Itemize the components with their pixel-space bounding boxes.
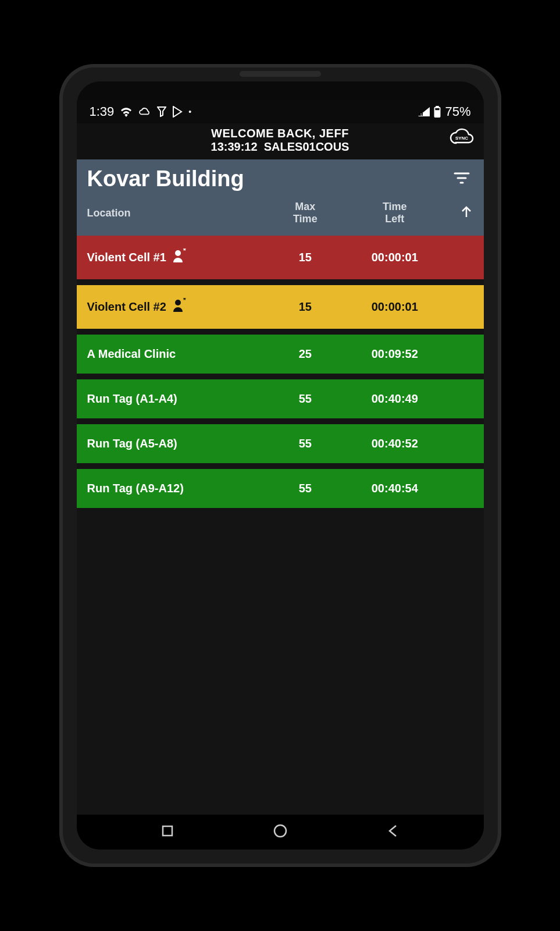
location-row[interactable]: Violent Cell #2*1500:00:01: [77, 285, 484, 329]
max-time-cell: 55: [266, 482, 344, 495]
svg-text:*: *: [183, 298, 186, 304]
location-row[interactable]: Violent Cell #1*1500:00:01: [77, 236, 484, 279]
svg-text:*: *: [183, 248, 186, 255]
svg-point-9: [175, 250, 181, 256]
device-speaker: [240, 71, 321, 77]
time-left-cell: 00:40:49: [344, 392, 445, 406]
max-time-cell: 15: [266, 300, 344, 314]
location-cell: Violent Cell #2*: [87, 298, 266, 316]
time-left-cell: 00:09:52: [344, 347, 445, 361]
status-time: 1:39: [90, 104, 115, 119]
location-cell: Run Tag (A9-A12): [87, 482, 266, 495]
time-left-cell: 00:40:52: [344, 437, 445, 450]
person-alert-icon: *: [172, 248, 187, 266]
svg-rect-13: [163, 826, 172, 836]
max-time-cell: 15: [266, 251, 344, 264]
android-status-bar: 1:39 • 5: [77, 100, 484, 123]
status-left: 1:39 •: [90, 104, 192, 119]
wifi-icon: [120, 106, 133, 117]
location-cell: Violent Cell #1*: [87, 248, 266, 266]
max-time-cell: 55: [266, 392, 344, 406]
device-frame: 1:39 • 5: [59, 64, 501, 867]
status-dot: •: [188, 107, 191, 116]
location-name: Violent Cell #2: [87, 300, 166, 314]
location-cell: Run Tag (A1-A4): [87, 392, 266, 406]
location-row[interactable]: Run Tag (A5-A8)5500:40:52: [77, 424, 484, 463]
max-time-cell: 55: [266, 437, 344, 450]
device-inner: 1:39 • 5: [77, 81, 484, 850]
svg-rect-4: [436, 111, 439, 116]
location-name: Violent Cell #1: [87, 251, 166, 264]
location-row[interactable]: A Medical Clinic2500:09:52: [77, 335, 484, 374]
max-time-cell: 25: [266, 347, 344, 361]
col-header-location[interactable]: Location: [87, 207, 266, 219]
app-header: WELCOME BACK, JEFF 13:39:12 SALES01COUS …: [77, 123, 484, 159]
svg-rect-3: [437, 106, 439, 108]
filter-status-icon: [157, 106, 166, 117]
location-cell: Run Tag (A5-A8): [87, 437, 266, 450]
sync-button[interactable]: SYNC: [449, 127, 475, 147]
header-time: 13:39:12: [211, 140, 258, 153]
time-left-cell: 00:00:01: [344, 251, 445, 264]
location-row[interactable]: Run Tag (A9-A12)5500:40:54: [77, 469, 484, 508]
battery-icon: [433, 106, 441, 118]
cloud-icon: [138, 107, 151, 116]
play-icon: [172, 106, 183, 118]
sync-label: SYNC: [455, 136, 468, 141]
battery-percent: 75%: [445, 104, 470, 119]
time-left-cell: 00:00:01: [344, 300, 445, 314]
col-header-max-time[interactable]: MaxTime: [266, 201, 344, 225]
android-nav-bar: [77, 815, 484, 850]
status-right: 5 75%: [418, 104, 470, 119]
title-bar: Kovar Building Location MaxTime TimeLeft: [77, 159, 484, 236]
header-device-id: SALES01COUS: [264, 140, 349, 153]
location-name: Run Tag (A5-A8): [87, 437, 177, 450]
nav-recent-button[interactable]: [155, 818, 180, 846]
col-header-time-left[interactable]: TimeLeft: [344, 201, 445, 225]
nav-back-button[interactable]: [381, 818, 405, 846]
page-title: Kovar Building: [87, 166, 244, 191]
person-alert-icon: *: [172, 298, 187, 316]
svg-point-11: [175, 300, 181, 305]
location-name: Run Tag (A9-A12): [87, 482, 184, 495]
location-row[interactable]: Run Tag (A1-A4)5500:40:49: [77, 379, 484, 418]
filter-button[interactable]: [450, 168, 473, 190]
welcome-text: WELCOME BACK, JEFF: [83, 127, 478, 140]
time-left-cell: 00:40:54: [344, 482, 445, 495]
location-name: A Medical Clinic: [87, 347, 176, 361]
location-cell: A Medical Clinic: [87, 347, 266, 361]
svg-point-14: [274, 825, 286, 837]
signal-icon: 5: [418, 107, 430, 116]
svg-text:5: 5: [420, 113, 422, 116]
location-name: Run Tag (A1-A4): [87, 392, 177, 406]
column-headers: Location MaxTime TimeLeft: [77, 195, 484, 236]
nav-home-button[interactable]: [267, 818, 294, 847]
sort-button[interactable]: [445, 205, 473, 221]
screen: 1:39 • 5: [77, 100, 484, 815]
location-list: Violent Cell #1*1500:00:01Violent Cell #…: [77, 236, 484, 815]
header-subline: 13:39:12 SALES01COUS: [83, 140, 478, 154]
